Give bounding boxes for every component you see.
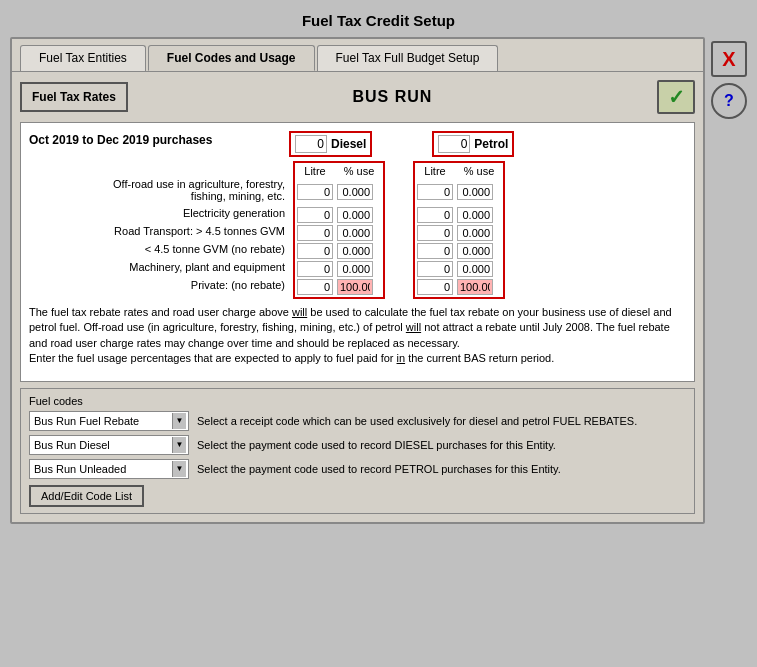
page-title: Fuel Tax Credit Setup bbox=[0, 0, 757, 37]
diesel-pct-machinery[interactable] bbox=[337, 261, 373, 277]
petrol-pct-electricity[interactable] bbox=[457, 207, 493, 223]
petrol-litre-machinery[interactable] bbox=[417, 261, 453, 277]
fuel-rebate-row: Bus Run Fuel Rebate ▼ Select a receipt c… bbox=[29, 411, 686, 431]
diesel-pct-electricity[interactable] bbox=[337, 207, 373, 223]
petrol-litre-road45[interactable] bbox=[417, 225, 453, 241]
petrol-pct-machinery[interactable] bbox=[457, 261, 493, 277]
fuel-petrol-arrow[interactable]: ▼ bbox=[172, 461, 186, 477]
diesel-label: Diesel bbox=[331, 137, 366, 151]
diesel-pct-private[interactable] bbox=[337, 279, 373, 295]
bus-run-title: BUS RUN bbox=[128, 88, 657, 106]
row-label-road45: Road Transport: > 4.5 tonnes GVM bbox=[29, 223, 289, 239]
diesel-litre-machinery[interactable] bbox=[297, 261, 333, 277]
info-text: The fuel tax rebate rates and road user … bbox=[29, 305, 686, 367]
table-row bbox=[417, 243, 501, 259]
table-row bbox=[417, 261, 501, 277]
fuel-diesel-desc: Select the payment code used to record D… bbox=[197, 439, 686, 451]
table-row bbox=[297, 207, 381, 223]
table-row bbox=[297, 243, 381, 259]
fuel-diesel-row: Bus Run Diesel ▼ Select the payment code… bbox=[29, 435, 686, 455]
petrol-litre-offroad[interactable] bbox=[417, 184, 453, 200]
fuel-rebate-dropdown[interactable]: Bus Run Fuel Rebate ▼ bbox=[29, 411, 189, 431]
close-button[interactable]: X bbox=[711, 41, 747, 77]
table-row bbox=[297, 225, 381, 241]
fuel-petrol-desc: Select the payment code used to record P… bbox=[197, 463, 686, 475]
tab-budget[interactable]: Fuel Tax Full Budget Setup bbox=[317, 45, 499, 71]
row-label-offroad: Off-road use in agriculture, forestry,fi… bbox=[29, 177, 289, 203]
row-label-private: Private: (no rebate) bbox=[29, 277, 289, 293]
diesel-pct-road-norebate[interactable] bbox=[337, 243, 373, 259]
fuel-petrol-value: Bus Run Unleaded bbox=[32, 462, 172, 476]
petrol-pct-road-norebate[interactable] bbox=[457, 243, 493, 259]
petrol-litre-road-norebate[interactable] bbox=[417, 243, 453, 259]
fuel-diesel-value: Bus Run Diesel bbox=[32, 438, 172, 452]
diesel-litre-private[interactable] bbox=[297, 279, 333, 295]
petrol-litre-private[interactable] bbox=[417, 279, 453, 295]
fuel-tax-rates-button[interactable]: Fuel Tax Rates bbox=[20, 82, 128, 112]
petrol-pct-header: % use bbox=[457, 165, 501, 177]
fuel-petrol-row: Bus Run Unleaded ▼ Select the payment co… bbox=[29, 459, 686, 479]
petrol-litre-header: Litre bbox=[417, 165, 453, 177]
diesel-litre-road45[interactable] bbox=[297, 225, 333, 241]
tab-entities[interactable]: Fuel Tax Entities bbox=[20, 45, 146, 71]
diesel-pct-offroad[interactable] bbox=[337, 184, 373, 200]
row-label-machinery: Machinery, plant and equipment bbox=[29, 259, 289, 275]
fuel-rebate-desc: Select a receipt code which can be used … bbox=[197, 415, 686, 427]
table-row bbox=[297, 279, 381, 295]
diesel-pct-header: % use bbox=[337, 165, 381, 177]
help-button[interactable]: ? bbox=[711, 83, 747, 119]
confirm-button[interactable]: ✓ bbox=[657, 80, 695, 114]
diesel-fuel-box: 0 Diesel bbox=[289, 131, 372, 157]
add-edit-code-button[interactable]: Add/Edit Code List bbox=[29, 485, 144, 507]
table-row bbox=[417, 279, 501, 295]
diesel-total-input[interactable]: 0 bbox=[295, 135, 327, 153]
tab-codes[interactable]: Fuel Codes and Usage bbox=[148, 45, 315, 71]
fuel-rebate-arrow[interactable]: ▼ bbox=[172, 413, 186, 429]
table-row bbox=[417, 225, 501, 241]
table-row bbox=[417, 207, 501, 223]
petrol-pct-private[interactable] bbox=[457, 279, 493, 295]
petrol-label: Petrol bbox=[474, 137, 508, 151]
diesel-pct-road45[interactable] bbox=[337, 225, 373, 241]
petrol-litre-electricity[interactable] bbox=[417, 207, 453, 223]
fuel-rebate-value: Bus Run Fuel Rebate bbox=[32, 414, 172, 428]
diesel-litre-header: Litre bbox=[297, 165, 333, 177]
petrol-fuel-box: 0 Petrol bbox=[432, 131, 514, 157]
fuel-diesel-arrow[interactable]: ▼ bbox=[172, 437, 186, 453]
petrol-total-input[interactable]: 0 bbox=[438, 135, 470, 153]
diesel-litre-offroad[interactable] bbox=[297, 184, 333, 200]
fuel-codes-section-label: Fuel codes bbox=[29, 395, 686, 407]
petrol-pct-offroad[interactable] bbox=[457, 184, 493, 200]
table-row bbox=[297, 261, 381, 277]
table-row bbox=[417, 179, 501, 205]
purchase-period-label: Oct 2019 to Dec 2019 purchases bbox=[29, 133, 212, 147]
row-label-electricity: Electricity generation bbox=[29, 205, 289, 221]
fuel-petrol-dropdown[interactable]: Bus Run Unleaded ▼ bbox=[29, 459, 189, 479]
row-label-road-norebate: < 4.5 tonne GVM (no rebate) bbox=[29, 241, 289, 257]
diesel-litre-electricity[interactable] bbox=[297, 207, 333, 223]
table-row bbox=[297, 179, 381, 205]
petrol-pct-road45[interactable] bbox=[457, 225, 493, 241]
diesel-litre-road-norebate[interactable] bbox=[297, 243, 333, 259]
fuel-diesel-dropdown[interactable]: Bus Run Diesel ▼ bbox=[29, 435, 189, 455]
